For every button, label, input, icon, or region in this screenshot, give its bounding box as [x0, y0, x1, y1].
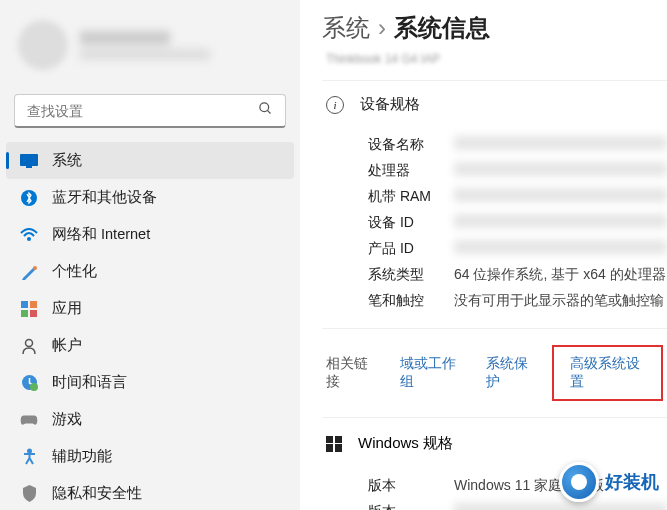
sidebar-item-gaming[interactable]: 游戏	[6, 401, 294, 438]
spec-row-ram: 机带 RAM	[368, 184, 667, 210]
related-links-label: 相关链接	[326, 355, 376, 391]
nav-label: 隐私和安全性	[52, 484, 142, 503]
device-specs-header[interactable]: i 设备规格	[322, 80, 667, 128]
nav-label: 时间和语言	[52, 373, 127, 392]
apps-icon	[20, 300, 38, 318]
spec-row-product-id: 产品 ID	[368, 236, 667, 262]
svg-rect-10	[30, 310, 37, 317]
highlight-box: 高级系统设置	[552, 345, 663, 401]
svg-rect-3	[26, 166, 32, 168]
svg-line-1	[267, 110, 270, 113]
sidebar-item-system[interactable]: 系统	[6, 142, 294, 179]
user-email	[80, 49, 210, 60]
nav-label: 个性化	[52, 262, 97, 281]
accessibility-icon	[20, 448, 38, 466]
device-model: Thinkbook 14 G4 IAP	[322, 52, 667, 66]
nav-label: 系统	[52, 151, 82, 170]
breadcrumb: 系统 › 系统信息	[322, 12, 667, 44]
shield-icon	[20, 485, 38, 503]
sidebar-item-bluetooth[interactable]: 蓝牙和其他设备	[6, 179, 294, 216]
sidebar-item-accounts[interactable]: 帐户	[6, 327, 294, 364]
sidebar-item-network[interactable]: 网络和 Internet	[6, 216, 294, 253]
gaming-icon	[20, 411, 38, 429]
spec-row-device-name: 设备名称	[368, 132, 667, 158]
watermark: 好装机	[559, 462, 659, 502]
info-icon: i	[326, 96, 344, 114]
spec-row-device-id: 设备 ID	[368, 210, 667, 236]
section-title: Windows 规格	[358, 434, 453, 453]
breadcrumb-parent[interactable]: 系统	[322, 12, 370, 44]
user-section[interactable]	[0, 10, 300, 80]
svg-point-13	[30, 383, 38, 391]
svg-point-11	[26, 339, 33, 346]
nav-label: 应用	[52, 299, 82, 318]
device-specs-list: 设备名称 处理器 机带 RAM 设备 ID 产品 ID 系统类型64 位操作系统…	[322, 128, 667, 328]
time-icon	[20, 374, 38, 392]
sidebar-item-time-language[interactable]: 时间和语言	[6, 364, 294, 401]
bluetooth-icon	[20, 189, 38, 207]
breadcrumb-current: 系统信息	[394, 12, 490, 44]
main-content: 系统 › 系统信息 Thinkbook 14 G4 IAP i 设备规格 设备名…	[300, 0, 667, 510]
nav-label: 蓝牙和其他设备	[52, 188, 157, 207]
link-system-protection[interactable]: 系统保护	[486, 355, 536, 391]
sidebar-item-personalization[interactable]: 个性化	[6, 253, 294, 290]
sidebar-item-accessibility[interactable]: 辅助功能	[6, 438, 294, 475]
system-icon	[20, 152, 38, 170]
nav-label: 帐户	[52, 336, 82, 355]
spec-row-system-type: 系统类型64 位操作系统, 基于 x64 的处理器	[368, 262, 667, 288]
avatar	[18, 20, 68, 70]
svg-rect-9	[21, 310, 28, 317]
network-icon	[20, 226, 38, 244]
watermark-logo-icon	[559, 462, 599, 502]
search-input[interactable]	[15, 103, 246, 119]
link-domain-workgroup[interactable]: 域或工作组	[400, 355, 462, 391]
sidebar-item-privacy[interactable]: 隐私和安全性	[6, 475, 294, 510]
sidebar-item-apps[interactable]: 应用	[6, 290, 294, 327]
windows-logo-icon	[326, 436, 342, 452]
accounts-icon	[20, 337, 38, 355]
watermark-text: 好装机	[605, 470, 659, 494]
spec-row-pen-touch: 笔和触控没有可用于此显示器的笔或触控输	[368, 288, 667, 314]
section-title: 设备规格	[360, 95, 420, 114]
svg-point-6	[33, 266, 37, 270]
nav-label: 网络和 Internet	[52, 225, 150, 244]
spec-row-processor: 处理器	[368, 158, 667, 184]
sidebar: 系统 蓝牙和其他设备 网络和 Internet 个性化 应用 帐户 时间和语言	[0, 0, 300, 510]
chevron-right-icon: ›	[378, 14, 386, 42]
user-info	[80, 31, 210, 60]
svg-point-5	[27, 237, 31, 241]
svg-point-14	[27, 449, 32, 454]
related-links: 相关链接 域或工作组 系统保护 高级系统设置	[322, 328, 667, 417]
search-box[interactable]	[14, 94, 286, 128]
link-advanced-system-settings[interactable]: 高级系统设置	[570, 355, 640, 389]
svg-point-0	[260, 103, 269, 112]
svg-rect-7	[21, 301, 28, 308]
nav-list: 系统 蓝牙和其他设备 网络和 Internet 个性化 应用 帐户 时间和语言	[0, 138, 300, 510]
svg-rect-2	[20, 154, 38, 166]
personalize-icon	[20, 263, 38, 281]
svg-rect-8	[30, 301, 37, 308]
nav-label: 游戏	[52, 410, 82, 429]
search-icon	[246, 101, 285, 120]
user-name	[80, 31, 170, 45]
nav-label: 辅助功能	[52, 447, 112, 466]
